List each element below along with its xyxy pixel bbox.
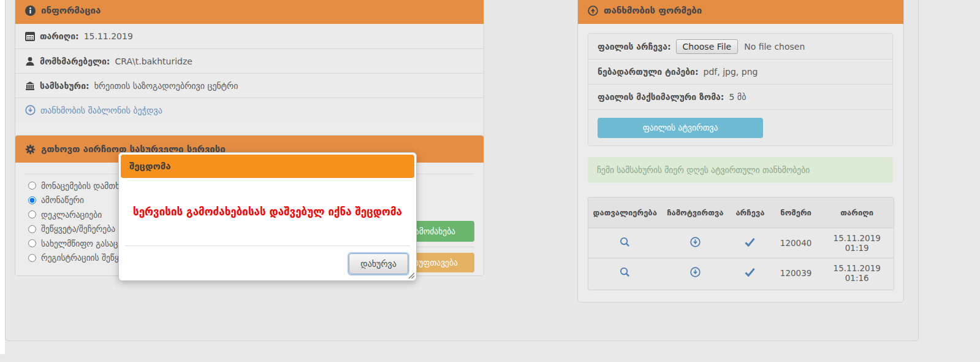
col-number: ნომერი bbox=[772, 198, 821, 228]
table-header-row: დათვალიერება ჩამოტვირთვა არჩევა ნომერი თ… bbox=[588, 198, 894, 228]
consent-number: 120040 bbox=[772, 228, 821, 258]
service-option-radio[interactable] bbox=[28, 239, 36, 247]
page: ინფორმაცია თარიღი: 15.11.2019 მომხმარებე… bbox=[0, 0, 980, 362]
consents-table: დათვალიერება ჩამოტვირთვა არჩევა ნომერი თ… bbox=[588, 198, 894, 288]
error-dialog-body: სერვისის გამოძახებისას დაშვებულ იქნა შეც… bbox=[121, 178, 414, 245]
col-date: თარიღი bbox=[820, 198, 894, 228]
table-row: 120039 15.11.2019 01:16 bbox=[588, 258, 894, 288]
error-dialog-title: შეცდომა bbox=[129, 161, 171, 172]
user-label: მომხმარებელი: bbox=[40, 56, 110, 66]
no-file-chosen-text: No file chosen bbox=[744, 42, 805, 52]
check-icon[interactable] bbox=[745, 237, 755, 247]
max-size-label: ფაილის მაქსიმალური ზომა: bbox=[598, 92, 724, 102]
allowed-types-row: ნებადართული ტიპები: pdf, jpg, png bbox=[588, 59, 892, 84]
user-value: CRA\t.bakhturidze bbox=[115, 56, 192, 66]
resize-grip-icon[interactable] bbox=[408, 272, 414, 279]
choose-file-button[interactable]: Choose File bbox=[676, 39, 739, 54]
service-option-radio[interactable] bbox=[28, 254, 36, 262]
window-left-margin bbox=[0, 0, 5, 354]
error-dialog: შეცდომა სერვისის გამოძახებისას დაშვებულ … bbox=[118, 152, 417, 281]
file-select-row: ფაილის არჩევა: Choose File No file chose… bbox=[588, 34, 892, 59]
error-dialog-titlebar[interactable]: შეცდომა bbox=[121, 155, 414, 178]
consent-number: 120039 bbox=[772, 258, 821, 288]
service-option-radio[interactable] bbox=[28, 210, 36, 218]
info-panel: ინფორმაცია თარიღი: 15.11.2019 მომხმარებე… bbox=[15, 0, 484, 146]
error-message: სერვისის გამოძახებისას დაშვებულ იქნა შეც… bbox=[133, 206, 402, 218]
consent-forms-header: თანხმობის ფორმები bbox=[578, 0, 903, 24]
max-size-value: 5 მბ bbox=[729, 92, 746, 102]
table-row: 120040 15.11.2019 01:19 bbox=[588, 228, 894, 258]
download-circle-icon bbox=[25, 105, 36, 115]
consent-date: 15.11.2019 01:19 bbox=[820, 228, 894, 258]
calendar-icon bbox=[25, 31, 35, 41]
upload-file-button[interactable]: ფაილის ატვირთვა bbox=[598, 118, 763, 138]
download-circle-icon[interactable] bbox=[690, 267, 701, 277]
office-label: სამსახური: bbox=[40, 81, 89, 91]
info-panel-title: ინფორმაცია bbox=[41, 0, 101, 24]
consent-date: 15.11.2019 01:16 bbox=[820, 258, 894, 288]
bank-icon bbox=[25, 81, 35, 91]
download-circle-icon[interactable] bbox=[690, 237, 701, 247]
consent-forms-title: თანხმობის ფორმები bbox=[604, 0, 702, 24]
upload-circle-icon bbox=[588, 6, 598, 16]
service-option-radio[interactable] bbox=[28, 182, 36, 190]
info-row-user: მომხმარებელი: CRA\t.bakhturidze bbox=[15, 48, 484, 73]
check-icon[interactable] bbox=[745, 268, 755, 277]
col-select: არჩევა bbox=[729, 198, 772, 228]
user-icon bbox=[25, 56, 35, 66]
col-view: დათვალიერება bbox=[588, 198, 662, 228]
gear-icon bbox=[25, 144, 36, 155]
search-icon[interactable] bbox=[620, 267, 630, 277]
consent-forms-panel: თანხმობის ფორმები ფაილის არჩევა: Choose … bbox=[577, 0, 904, 302]
service-option-label: შეწყვეტა/შეჩერება bbox=[41, 224, 115, 234]
allowed-types-label: ნებადართული ტიპები: bbox=[598, 67, 699, 77]
service-option-label: ამონაწერი bbox=[41, 195, 84, 205]
col-download: ჩამოტვირთვა bbox=[662, 198, 729, 228]
print-template-link-label: თანხმობის შაბლონის ბეჭდვა bbox=[40, 106, 162, 115]
upload-button-row: ფაილის ატვირთვა bbox=[588, 109, 892, 145]
office-value: ხრეითის საზოგადოებრივი ცენტრი bbox=[94, 81, 238, 91]
info-panel-header: ინფორმაცია bbox=[15, 0, 484, 24]
today-uploads-notice: ჩემი სამსახურის მიერ დღეს ატვირთული თანხ… bbox=[588, 157, 893, 183]
consents-table-box: დათვალიერება ჩამოტვირთვა არჩევა ნომერი თ… bbox=[588, 197, 894, 290]
info-row-office: სამსახური: ხრეითის საზოგადოებრივი ცენტრი bbox=[15, 73, 484, 98]
upload-form-box: ფაილის არჩევა: Choose File No file chose… bbox=[588, 33, 893, 146]
print-template-link[interactable]: თანხმობის შაბლონის ბეჭდვა bbox=[25, 105, 162, 115]
close-dialog-button[interactable]: დახურვა bbox=[349, 253, 408, 274]
service-option-label: დეკლარაციები bbox=[41, 210, 102, 220]
date-label: თარიღი: bbox=[40, 31, 79, 41]
date-value: 15.11.2019 bbox=[84, 31, 133, 41]
info-row-print-link: თანხმობის შაბლონის ბეჭდვა bbox=[15, 98, 484, 122]
allowed-types-value: pdf, jpg, png bbox=[704, 67, 758, 77]
info-circle-icon bbox=[25, 6, 36, 16]
error-dialog-footer: დახურვა bbox=[125, 245, 410, 274]
service-option-radio[interactable] bbox=[28, 225, 36, 233]
info-row-date: თარიღი: 15.11.2019 bbox=[15, 24, 484, 48]
file-select-label: ფაილის არჩევა: bbox=[598, 42, 671, 52]
service-option-radio[interactable] bbox=[28, 196, 36, 204]
max-size-row: ფაილის მაქსიმალური ზომა: 5 მბ bbox=[588, 84, 892, 109]
search-icon[interactable] bbox=[620, 237, 630, 247]
